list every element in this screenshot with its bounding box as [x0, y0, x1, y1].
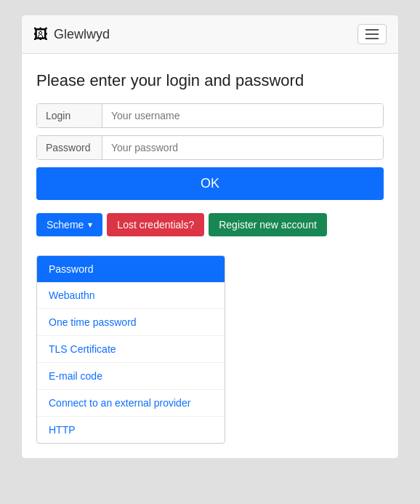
- scheme-dropdown: Password Webauthn One time password TLS …: [36, 255, 225, 444]
- username-group: Login: [36, 103, 384, 128]
- password-group: Password: [36, 135, 384, 160]
- username-label: Login: [37, 104, 102, 127]
- dropdown-item-external[interactable]: Connect to an external provider: [37, 390, 225, 417]
- brand: 🖼 Glewlwyd: [33, 26, 110, 43]
- username-input[interactable]: [102, 104, 383, 127]
- password-input[interactable]: [102, 136, 383, 159]
- card-header: 🖼 Glewlwyd: [22, 15, 398, 54]
- scheme-button[interactable]: Scheme: [36, 213, 102, 236]
- password-label: Password: [37, 136, 102, 159]
- dropdown-item-http[interactable]: HTTP: [37, 417, 225, 443]
- brand-name: Glewlwyd: [54, 27, 110, 42]
- dropdown-item-tls[interactable]: TLS Certificate: [37, 336, 225, 363]
- action-row: Scheme Lost credentials? Register new ac…: [36, 213, 384, 236]
- page-title: Please enter your login and password: [36, 71, 384, 90]
- card-body: Please enter your login and password Log…: [22, 54, 398, 251]
- dropdown-item-email[interactable]: E-mail code: [37, 363, 225, 390]
- hamburger-line-3: [366, 38, 379, 39]
- dropdown-header: Password: [37, 256, 225, 282]
- dropdown-item-webauthn[interactable]: Webauthn: [37, 282, 225, 309]
- hamburger-line-1: [366, 29, 379, 31]
- brand-icon: 🖼: [33, 26, 48, 43]
- register-button[interactable]: Register new account: [209, 213, 327, 236]
- login-card: 🖼 Glewlwyd Please enter your login and p…: [21, 15, 399, 459]
- ok-button[interactable]: OK: [36, 167, 384, 200]
- hamburger-button[interactable]: [358, 24, 387, 44]
- hamburger-line-2: [366, 33, 379, 35]
- lost-credentials-button[interactable]: Lost credentials?: [107, 213, 204, 236]
- dropdown-item-otp[interactable]: One time password: [37, 309, 225, 336]
- dropdown-section: Password Webauthn One time password TLS …: [22, 251, 398, 458]
